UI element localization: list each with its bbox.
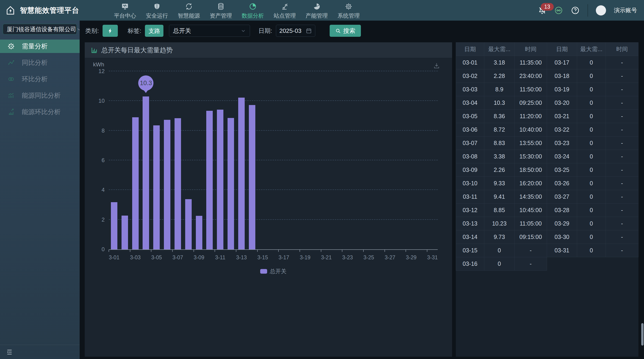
table-cell: 03-06	[456, 123, 484, 136]
table-cell: 0	[577, 244, 606, 257]
table-cell: 0	[577, 110, 606, 123]
help-icon[interactable]	[571, 6, 580, 15]
bar-3-01[interactable]	[111, 202, 117, 249]
calendar-icon	[306, 28, 312, 34]
x-axis-ticks	[109, 250, 438, 252]
trend-dots-icon	[8, 59, 15, 66]
company-select-value: 厦门锐谷通信设备有限公司	[7, 25, 76, 33]
table-cell: 03-24	[547, 150, 577, 163]
bar-3-06[interactable]	[164, 120, 170, 249]
sidebar-item-能源同比分析[interactable]: 能源同比分析	[0, 89, 80, 102]
x-axis-label: 3-25	[364, 254, 374, 261]
bar-3-02[interactable]	[122, 216, 128, 249]
y-axis-label: 10	[98, 98, 105, 104]
table-cell: 11:05:00	[514, 217, 547, 230]
bar-3-14[interactable]	[249, 105, 255, 249]
header-divider	[588, 4, 588, 17]
overlap-circles-icon	[8, 75, 15, 83]
bars-arrow-icon	[8, 108, 15, 116]
x-axis-tick	[363, 250, 364, 252]
bar-3-09[interactable]	[196, 216, 202, 249]
bar-3-08[interactable]	[185, 199, 192, 249]
x-axis-label: 3-01	[109, 254, 120, 261]
demand-table: 日期最大需...时间日期最大需...时间03-013.1811:35:0003-…	[456, 42, 638, 271]
table-cell: -	[606, 190, 638, 204]
company-select[interactable]: 厦门锐谷通信设备有限公司	[3, 24, 77, 34]
x-axis-tick	[194, 250, 194, 252]
avatar[interactable]	[596, 5, 606, 15]
x-axis-label: 3-21	[321, 254, 332, 261]
link-circle-icon[interactable]	[554, 6, 563, 15]
bar-3-07[interactable]	[174, 118, 181, 249]
bar-3-04[interactable]	[142, 96, 149, 249]
nav-item-资产管理[interactable]: 资产管理	[210, 1, 232, 19]
table-cell: 03-19	[547, 83, 577, 96]
table-cell: 0	[577, 69, 606, 83]
sidebar-item-label: 同比分析	[22, 58, 48, 67]
sidebar-item-能源环比分析[interactable]: 能源环比分析	[0, 105, 80, 119]
sidebar-item-需量分析[interactable]: 需量分析	[0, 39, 80, 53]
x-axis-label: 3-29	[406, 254, 416, 261]
breaker-select-value: 总开关	[173, 27, 191, 35]
bar-3-05[interactable]	[153, 125, 160, 249]
collapse-sidebar-icon[interactable]	[6, 349, 13, 356]
table-cell: -	[606, 217, 638, 230]
nav-item-产能管理[interactable]: 产能管理	[306, 1, 328, 19]
chevron-down-icon	[240, 28, 246, 33]
x-axis-labels: 3-013-033-053-073-093-113-133-153-173-19…	[109, 253, 438, 262]
notification-badge: 13	[541, 3, 554, 11]
date-picker[interactable]: 2025-03	[276, 25, 315, 37]
bar-3-13[interactable]	[238, 98, 245, 249]
nav-label: 系统管理	[338, 12, 360, 19]
x-axis-tick	[321, 250, 321, 252]
nav-item-智慧能源[interactable]: 智慧能源	[178, 1, 200, 19]
table-cell: 10:45:00	[514, 204, 547, 217]
x-axis-label: 3-23	[342, 254, 353, 261]
bar-3-03[interactable]	[132, 117, 139, 249]
sidebar-item-环比分析[interactable]: 环比分析	[0, 72, 80, 86]
download-icon[interactable]	[433, 62, 440, 69]
bar-3-10[interactable]	[206, 111, 213, 249]
y-axis-unit: kWh	[93, 61, 104, 68]
table-cell: 03-20	[547, 96, 577, 110]
table-cell: 15:30:00	[514, 150, 547, 163]
sidebar-item-同比分析[interactable]: 同比分析	[0, 56, 80, 69]
table-cell: -	[606, 136, 638, 150]
x-axis-tick	[384, 250, 385, 252]
chart-legend[interactable]: 总开关	[109, 267, 438, 275]
chart-panel-header: 总开关每日最大需量趋势	[85, 42, 452, 58]
legend-swatch	[260, 269, 267, 274]
nav-item-系统管理[interactable]: 系统管理	[338, 1, 360, 19]
tag-branch-button[interactable]: 支路	[145, 25, 164, 37]
bar-3-11[interactable]	[217, 110, 224, 249]
database-icon	[217, 2, 225, 10]
bar-3-12[interactable]	[228, 118, 234, 249]
table-cell: -	[606, 150, 638, 163]
table-cell: 10.23	[484, 217, 514, 230]
chart-plot: 02468101210.3	[109, 71, 438, 250]
table-cell: 18:50:00	[514, 163, 547, 177]
table-cell: 03-07	[456, 136, 484, 150]
nav-item-平台中心[interactable]: 平台中心	[114, 1, 136, 19]
table-cell: 0	[577, 136, 606, 150]
nav-item-安全运行[interactable]: 安全运行	[146, 1, 168, 19]
nav-item-站点管理[interactable]: 站点管理	[274, 1, 296, 19]
table-cell: 23:40:00	[514, 69, 547, 83]
notifications-button[interactable]: 13	[538, 6, 546, 14]
x-axis-tick	[257, 250, 258, 252]
table-cell: 03-28	[547, 204, 577, 217]
date-value: 2025-03	[280, 27, 302, 34]
bolt-icon	[107, 28, 114, 34]
breaker-select[interactable]: 总开关	[169, 25, 250, 37]
table-cell: 03-17	[547, 56, 577, 69]
table-cell: 09:25:00	[514, 96, 547, 110]
nav-label: 平台中心	[114, 12, 136, 19]
search-button[interactable]: 搜索	[330, 25, 361, 37]
scrollbar-thumb[interactable]	[641, 323, 644, 346]
sidebar-item-label: 环比分析	[22, 75, 48, 83]
table-cell: 0	[577, 56, 606, 69]
nav-item-数据分析[interactable]: 数据分析	[242, 1, 264, 19]
table-cell: 03-29	[547, 217, 577, 230]
category-electric-button[interactable]	[102, 25, 118, 37]
account-name[interactable]: 演示账号	[614, 6, 637, 14]
